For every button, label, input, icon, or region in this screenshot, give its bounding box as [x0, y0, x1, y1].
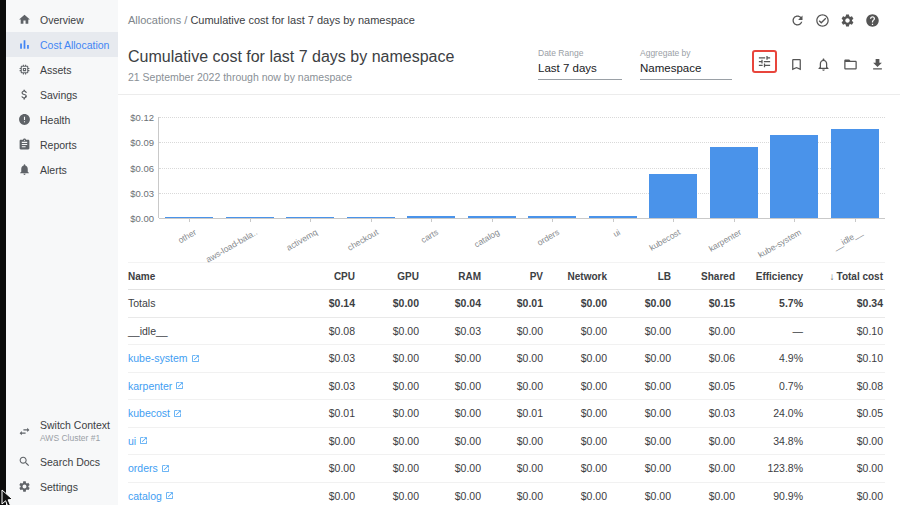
- chart-x-tick: [673, 218, 674, 222]
- cell-cpu: $0.00: [293, 490, 357, 502]
- chart-bar-kube-system[interactable]: [770, 135, 818, 218]
- cell-shared: $0.00: [673, 462, 737, 474]
- cell-network: $0.00: [545, 490, 609, 502]
- sidebar-item-overview[interactable]: Overview: [6, 7, 118, 32]
- date-range-select[interactable]: Date Range Last 7 days: [538, 48, 622, 80]
- table-row-idle: __idle__$0.08$0.00$0.03$0.00$0.00$0.00$0…: [128, 318, 885, 346]
- chart-bar-karpenter[interactable]: [710, 147, 758, 218]
- download-icon: [870, 57, 885, 72]
- cell-name[interactable]: catalog: [128, 490, 293, 502]
- bookmark-icon-button[interactable]: [789, 57, 804, 72]
- cell-gpu: $0.00: [357, 297, 421, 309]
- refresh-icon-button[interactable]: [790, 13, 805, 28]
- namespace-link[interactable]: karpenter: [128, 380, 184, 392]
- chart-x-tick: [492, 218, 493, 222]
- help-icon-button[interactable]: [865, 13, 880, 28]
- chart-y-tick-label: $0.00: [126, 213, 154, 224]
- cell-gpu: $0.00: [357, 435, 421, 447]
- cell-total-cost: $0.10: [805, 325, 885, 337]
- table-row-catalog: catalog $0.00$0.00$0.00$0.00$0.00$0.00$0…: [128, 483, 885, 505]
- date-range-value: Last 7 days: [538, 62, 622, 80]
- tune-icon-button[interactable]: [752, 50, 777, 73]
- cell-name: __idle__: [128, 325, 293, 337]
- notifications-icon-button[interactable]: [816, 57, 831, 72]
- sidebar-item-alerts[interactable]: Alerts: [6, 157, 118, 182]
- namespace-link[interactable]: kube-system: [128, 352, 200, 364]
- sidebar-item-health[interactable]: Health: [6, 107, 118, 132]
- sidebar-item-search-docs[interactable]: Search Docs: [6, 449, 118, 474]
- report-title-block: Cumulative cost for last 7 days by names…: [128, 48, 454, 83]
- column-header-total-cost[interactable]: ↓Total cost: [805, 271, 885, 282]
- download-icon-button[interactable]: [870, 57, 885, 72]
- cell-shared: $0.06: [673, 352, 737, 364]
- notifications-icon: [816, 57, 831, 72]
- sidebar-item-reports[interactable]: Reports: [6, 132, 118, 157]
- chart-x-tick: [431, 218, 432, 222]
- chart-bar-kubecost[interactable]: [649, 174, 697, 218]
- cell-ram: $0.00: [421, 435, 483, 447]
- sidebar-item-savings[interactable]: Savings: [6, 82, 118, 107]
- folder-icon-button[interactable]: [843, 57, 858, 72]
- sidebar-item-switch-context[interactable]: Switch ContextAWS Cluster #1: [6, 413, 118, 449]
- cell-total-cost: $0.00: [805, 462, 885, 474]
- cell-name[interactable]: orders: [128, 462, 293, 474]
- cell-ram: $0.00: [421, 462, 483, 474]
- cell-lb: $0.00: [609, 380, 673, 392]
- namespace-link[interactable]: orders: [128, 462, 170, 474]
- namespace-link[interactable]: ui: [128, 435, 148, 447]
- allocation-chart-icon: [18, 38, 31, 51]
- cell-lb: $0.00: [609, 352, 673, 364]
- search-icon: [18, 455, 31, 468]
- check-circle-icon-button[interactable]: [815, 13, 830, 28]
- external-link-icon: [139, 436, 148, 445]
- check-circle-icon: [815, 13, 830, 28]
- chart-plot-area: otheraws-load-bala..activemqcheckoutcart…: [158, 117, 885, 218]
- cell-shared: $0.00: [673, 325, 737, 337]
- column-header-gpu[interactable]: GPU: [357, 271, 421, 282]
- health-icon: [18, 113, 31, 126]
- cell-pv: $0.00: [483, 435, 545, 447]
- cell-ram: $0.00: [421, 380, 483, 392]
- namespace-link[interactable]: kubecost: [128, 407, 182, 419]
- help-icon: [865, 13, 880, 28]
- cell-pv: $0.00: [483, 380, 545, 392]
- breadcrumb-parent[interactable]: Allocations: [128, 14, 181, 26]
- chart-x-tick: [552, 218, 553, 222]
- cell-name[interactable]: ui: [128, 435, 293, 447]
- cell-lb: $0.00: [609, 297, 673, 309]
- chart-bar-idle[interactable]: [831, 129, 879, 218]
- topbar-icons: [790, 13, 880, 28]
- cell-lb: $0.00: [609, 407, 673, 419]
- column-header-name[interactable]: Name: [128, 271, 293, 282]
- sidebar-nav: OverviewCost AllocationAssetsSavingsHeal…: [6, 7, 118, 182]
- column-header-shared[interactable]: Shared: [673, 271, 737, 282]
- sidebar-item-cost-allocation[interactable]: Cost Allocation: [6, 32, 118, 57]
- cell-cpu: $0.14: [293, 297, 357, 309]
- sidebar: OverviewCost AllocationAssetsSavingsHeal…: [6, 0, 118, 505]
- cell-name[interactable]: kubecost: [128, 407, 293, 419]
- sidebar-item-label: Cost Allocation: [40, 39, 109, 51]
- settings-gear-icon: [18, 480, 31, 493]
- sidebar-item-settings[interactable]: Settings: [6, 474, 118, 499]
- column-header-cpu[interactable]: CPU: [293, 271, 357, 282]
- chart-gridline: [159, 218, 885, 219]
- namespace-link[interactable]: catalog: [128, 490, 174, 502]
- alert-bell-icon: [18, 163, 31, 176]
- sidebar-item-label: Savings: [40, 89, 77, 101]
- external-link-icon: [165, 491, 174, 500]
- settings-gear-icon-button[interactable]: [840, 13, 855, 28]
- cell-efficiency: 90.9%: [737, 490, 805, 502]
- reports-icon: [18, 138, 31, 151]
- aggregate-by-value: Namespace: [640, 62, 732, 80]
- sidebar-item-label: Assets: [40, 64, 72, 76]
- cell-pv: $0.00: [483, 352, 545, 364]
- aggregate-by-select[interactable]: Aggregate by Namespace: [640, 48, 732, 80]
- sidebar-item-label: Search Docs: [40, 456, 100, 468]
- cell-network: $0.00: [545, 352, 609, 364]
- cell-efficiency: 0.7%: [737, 380, 805, 392]
- cell-name[interactable]: karpenter: [128, 380, 293, 392]
- cell-name[interactable]: kube-system: [128, 352, 293, 364]
- sidebar-item-assets[interactable]: Assets: [6, 57, 118, 82]
- header-divider: [118, 94, 900, 95]
- assets-icon: [18, 63, 31, 76]
